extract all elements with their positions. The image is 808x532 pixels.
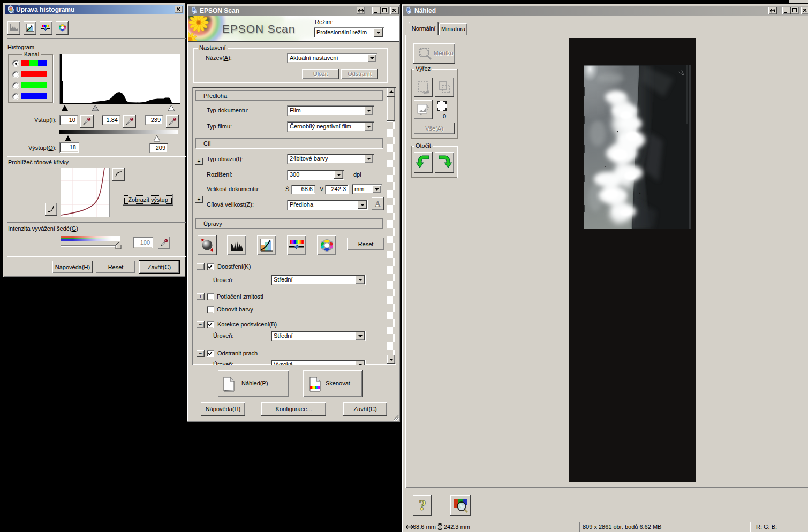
svg-text:?: ? [419, 497, 426, 513]
